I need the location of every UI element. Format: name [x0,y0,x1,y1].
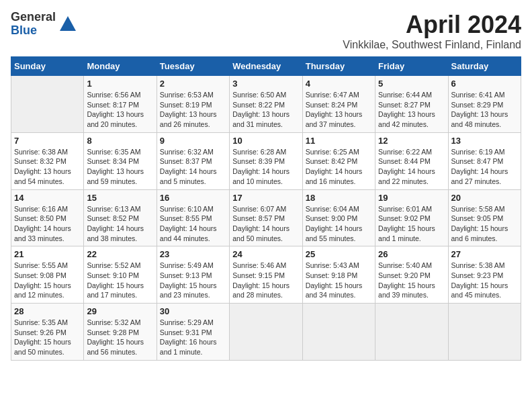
day-info: Sunrise: 6:53 AM Sunset: 8:19 PM Dayligh… [160,90,226,130]
day-number: 28 [14,306,81,316]
weekday-header-sunday: Sunday [11,57,84,76]
day-number: 4 [306,79,372,89]
day-info: Sunrise: 6:38 AM Sunset: 8:32 PM Dayligh… [14,147,81,187]
weekday-header-tuesday: Tuesday [157,57,229,76]
day-number: 10 [232,136,299,146]
logo-blue: Blue [11,24,56,38]
day-info: Sunrise: 6:01 AM Sunset: 9:02 PM Dayligh… [378,204,445,244]
day-info: Sunrise: 5:40 AM Sunset: 9:20 PM Dayligh… [378,261,445,300]
day-number: 18 [306,193,372,203]
day-info: Sunrise: 6:44 AM Sunset: 8:27 PM Dayligh… [378,90,445,130]
day-cell: 9Sunrise: 6:32 AM Sunset: 8:37 PM Daylig… [157,132,229,189]
day-cell: 16Sunrise: 6:10 AM Sunset: 8:55 PM Dayli… [157,189,229,246]
day-info: Sunrise: 6:16 AM Sunset: 8:50 PM Dayligh… [14,204,81,244]
day-number: 16 [160,193,226,203]
day-info: Sunrise: 5:55 AM Sunset: 9:08 PM Dayligh… [14,261,81,300]
week-row-2: 7Sunrise: 6:38 AM Sunset: 8:32 PM Daylig… [11,132,521,189]
day-number: 5 [378,79,445,89]
day-number: 13 [451,136,518,146]
day-cell: 2Sunrise: 6:53 AM Sunset: 8:19 PM Daylig… [157,76,229,133]
day-cell: 23Sunrise: 5:49 AM Sunset: 9:13 PM Dayli… [157,246,229,304]
day-number: 11 [306,136,372,146]
day-cell [11,76,84,133]
day-info: Sunrise: 5:29 AM Sunset: 9:31 PM Dayligh… [160,318,226,357]
weekday-header-monday: Monday [84,57,157,76]
week-row-1: 1Sunrise: 6:56 AM Sunset: 8:17 PM Daylig… [11,76,521,133]
day-cell: 30Sunrise: 5:29 AM Sunset: 9:31 PM Dayli… [157,304,229,361]
day-cell: 24Sunrise: 5:46 AM Sunset: 9:15 PM Dayli… [230,246,302,304]
week-row-4: 21Sunrise: 5:55 AM Sunset: 9:08 PM Dayli… [11,246,521,304]
day-cell: 4Sunrise: 6:47 AM Sunset: 8:24 PM Daylig… [302,76,375,133]
day-cell: 11Sunrise: 6:25 AM Sunset: 8:42 PM Dayli… [302,132,375,189]
day-info: Sunrise: 6:19 AM Sunset: 8:47 PM Dayligh… [451,147,518,187]
day-info: Sunrise: 6:25 AM Sunset: 8:42 PM Dayligh… [306,147,372,187]
day-info: Sunrise: 6:28 AM Sunset: 8:39 PM Dayligh… [232,147,299,187]
day-cell [230,304,302,361]
weekday-header-friday: Friday [375,57,448,76]
day-number: 15 [87,193,153,203]
day-number: 1 [87,79,153,89]
day-number: 24 [232,249,299,259]
day-number: 20 [451,193,518,203]
weekday-header-row: SundayMondayTuesdayWednesdayThursdayFrid… [11,57,521,76]
day-cell: 21Sunrise: 5:55 AM Sunset: 9:08 PM Dayli… [11,246,84,304]
day-cell: 1Sunrise: 6:56 AM Sunset: 8:17 PM Daylig… [84,76,157,133]
day-cell: 8Sunrise: 6:35 AM Sunset: 8:34 PM Daylig… [84,132,157,189]
day-info: Sunrise: 6:07 AM Sunset: 8:57 PM Dayligh… [232,204,299,244]
day-cell: 10Sunrise: 6:28 AM Sunset: 8:39 PM Dayli… [230,132,302,189]
day-info: Sunrise: 5:32 AM Sunset: 9:28 PM Dayligh… [87,318,153,357]
day-cell [375,304,448,361]
day-cell [302,304,375,361]
svg-marker-0 [60,16,76,31]
title-area: April 2024 Vinkkilae, Southwest Finland,… [343,11,521,51]
logo-icon [58,15,77,34]
day-cell [448,304,521,361]
month-title: April 2024 [343,11,521,39]
day-number: 25 [306,249,372,259]
day-cell: 7Sunrise: 6:38 AM Sunset: 8:32 PM Daylig… [11,132,84,189]
day-number: 23 [160,249,226,259]
day-info: Sunrise: 6:32 AM Sunset: 8:37 PM Dayligh… [160,147,226,187]
weekday-header-saturday: Saturday [448,57,521,76]
day-cell: 3Sunrise: 6:50 AM Sunset: 8:22 PM Daylig… [230,76,302,133]
day-number: 7 [14,136,81,146]
day-number: 8 [87,136,153,146]
day-cell: 15Sunrise: 6:13 AM Sunset: 8:52 PM Dayli… [84,189,157,246]
day-info: Sunrise: 6:41 AM Sunset: 8:29 PM Dayligh… [451,90,518,130]
day-info: Sunrise: 5:49 AM Sunset: 9:13 PM Dayligh… [160,261,226,300]
day-cell: 22Sunrise: 5:52 AM Sunset: 9:10 PM Dayli… [84,246,157,304]
day-number: 6 [451,79,518,89]
week-row-5: 28Sunrise: 5:35 AM Sunset: 9:26 PM Dayli… [11,304,521,361]
day-info: Sunrise: 6:13 AM Sunset: 8:52 PM Dayligh… [87,204,153,244]
calendar-table: SundayMondayTuesdayWednesdayThursdayFrid… [11,56,521,361]
day-number: 12 [378,136,445,146]
day-info: Sunrise: 5:38 AM Sunset: 9:23 PM Dayligh… [451,261,518,300]
day-info: Sunrise: 5:43 AM Sunset: 9:18 PM Dayligh… [306,261,372,300]
day-number: 29 [87,306,153,316]
day-cell: 26Sunrise: 5:40 AM Sunset: 9:20 PM Dayli… [375,246,448,304]
day-number: 21 [14,249,81,259]
day-cell: 25Sunrise: 5:43 AM Sunset: 9:18 PM Dayli… [302,246,375,304]
day-number: 22 [87,249,153,259]
week-row-3: 14Sunrise: 6:16 AM Sunset: 8:50 PM Dayli… [11,189,521,246]
day-info: Sunrise: 5:52 AM Sunset: 9:10 PM Dayligh… [87,261,153,300]
day-number: 30 [160,306,226,316]
day-number: 26 [378,249,445,259]
day-info: Sunrise: 5:35 AM Sunset: 9:26 PM Dayligh… [14,318,81,357]
day-info: Sunrise: 6:22 AM Sunset: 8:44 PM Dayligh… [378,147,445,187]
page-header: General Blue April 2024 Vinkkilae, South… [11,11,521,51]
day-number: 17 [232,193,299,203]
day-cell: 5Sunrise: 6:44 AM Sunset: 8:27 PM Daylig… [375,76,448,133]
day-number: 27 [451,249,518,259]
day-cell: 18Sunrise: 6:04 AM Sunset: 9:00 PM Dayli… [302,189,375,246]
day-cell: 12Sunrise: 6:22 AM Sunset: 8:44 PM Dayli… [375,132,448,189]
day-info: Sunrise: 6:47 AM Sunset: 8:24 PM Dayligh… [306,90,372,130]
logo-general: General [11,11,56,24]
day-number: 19 [378,193,445,203]
weekday-header-wednesday: Wednesday [230,57,302,76]
weekday-header-thursday: Thursday [302,57,375,76]
day-info: Sunrise: 6:50 AM Sunset: 8:22 PM Dayligh… [232,90,299,130]
day-info: Sunrise: 5:46 AM Sunset: 9:15 PM Dayligh… [232,261,299,300]
day-info: Sunrise: 6:04 AM Sunset: 9:00 PM Dayligh… [306,204,372,244]
day-info: Sunrise: 6:56 AM Sunset: 8:17 PM Dayligh… [87,90,153,130]
